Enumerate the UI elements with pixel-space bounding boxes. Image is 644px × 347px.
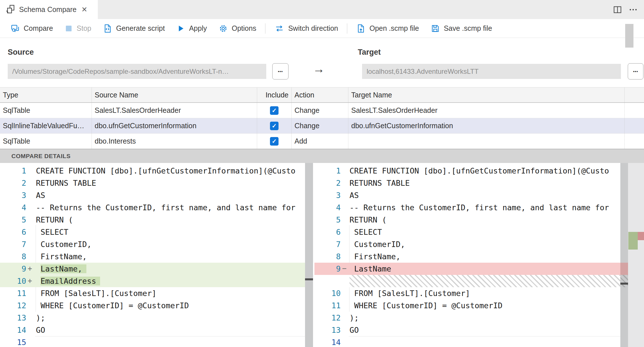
code-text: CustomerID, [350, 238, 405, 250]
scrollbar-hatch-marker [620, 275, 628, 287]
include-checkbox[interactable]: ✓ [270, 137, 279, 146]
code-line[interactable]: 9− LastName [314, 263, 620, 275]
tab-schema-compare[interactable]: Schema Compare ✕ [0, 0, 98, 19]
code-line[interactable]: 3AS [314, 189, 620, 201]
line-number: 9 [0, 263, 26, 275]
switch-direction-button[interactable]: Switch direction [269, 19, 344, 38]
source-pane-scrollbar[interactable] [305, 163, 313, 347]
cell-filler [625, 118, 644, 133]
line-number: 2 [314, 177, 341, 189]
code-line[interactable]: 1CREATE FUNCTION [dbo].[ufnGetCustomerIn… [0, 165, 305, 177]
direction-arrow-icon: → [313, 62, 325, 76]
code-line[interactable]: 12); [314, 312, 620, 324]
open-scmp-button[interactable]: Open .scmp file [350, 19, 425, 38]
current-line-border [349, 336, 620, 336]
cell-source-name: dbo.Interests [92, 134, 257, 149]
table-scrollbar-thumb[interactable] [625, 24, 633, 48]
code-line[interactable]: 11 WHERE [CustomerID] = @CustomerID [314, 299, 620, 312]
source-browse-button[interactable]: ••• [272, 63, 289, 79]
compare-button[interactable]: Compare [5, 19, 59, 38]
stop-button[interactable]: Stop [59, 19, 97, 38]
code-line[interactable]: 2RETURNS TABLE [0, 177, 305, 189]
code-line[interactable]: 14 [314, 336, 620, 347]
split-editor-icon[interactable] [613, 5, 622, 15]
line-number: 4 [314, 201, 341, 214]
generate-script-button[interactable]: Generate script [97, 19, 170, 38]
save-scmp-button[interactable]: Save .scmp file [425, 19, 498, 38]
schema-compare-toolbar: CompareStopGenerate scriptApplyOptionsSw… [0, 19, 644, 38]
close-icon[interactable]: ✕ [81, 6, 87, 13]
code-text: -- Returns the CustomerID, first name, a… [350, 201, 609, 214]
code-line[interactable]: 1CREATE FUNCTION [dbo].[ufnGetCustomerIn… [314, 165, 620, 177]
editor-actions [613, 0, 638, 19]
switch-direction-icon [274, 24, 285, 33]
code-line[interactable]: 11 FROM [SalesLT].[Customer] [0, 287, 305, 299]
save-scmp-label: Save .scmp file [444, 24, 492, 32]
line-number: 4 [0, 201, 26, 214]
target-label: Target [358, 48, 381, 57]
code-line[interactable]: 8 FirstName, [0, 250, 305, 263]
code-line[interactable]: 10 FROM [SalesLT].[Customer] [314, 287, 620, 299]
code-line[interactable]: 15 [0, 336, 305, 347]
more-actions-icon[interactable] [628, 5, 638, 15]
code-line[interactable]: 8 FirstName, [314, 250, 620, 263]
code-line[interactable]: 13GO [314, 324, 620, 336]
connection-section: Source /Volumes/Storage/CodeRepos/sample… [0, 38, 644, 87]
cell-action: Change [292, 118, 348, 133]
target-script-pane[interactable]: 1CREATE FUNCTION [dbo].[ufnGetCustomerIn… [314, 163, 620, 347]
line-number: 5 [314, 214, 341, 226]
inline-diff-highlight: EmailAddress [40, 277, 100, 285]
target-browse-button[interactable]: ••• [628, 63, 643, 79]
code-line[interactable]: 7 CustomerID, [314, 238, 620, 250]
apply-icon [176, 24, 185, 33]
line-number: 8 [314, 250, 341, 263]
line-number: 1 [0, 165, 26, 177]
source-script-pane[interactable]: 1CREATE FUNCTION [dbo].[ufnGetCustomerIn… [0, 163, 305, 347]
code-line[interactable]: 5RETURN ( [0, 214, 305, 226]
hatch-pattern [350, 275, 620, 287]
code-line[interactable]: 2RETURNS TABLE [314, 177, 620, 189]
code-line[interactable]: 5RETURN ( [314, 214, 620, 226]
column-header-source-name[interactable]: Source Name [92, 87, 257, 102]
line-number: 7 [314, 238, 341, 250]
code-line[interactable]: 4-- Returns the CustomerID, first name, … [314, 201, 620, 214]
code-line[interactable]: 9+ LastName, [0, 263, 305, 275]
line-number: 10 [0, 275, 26, 287]
column-header-type[interactable]: Type [0, 87, 92, 102]
code-line[interactable]: 13); [0, 312, 305, 324]
line-number: 13 [0, 312, 26, 324]
code-line[interactable]: 6 SELECT [0, 226, 305, 238]
column-header-target-name[interactable]: Target Name [348, 87, 625, 102]
code-line[interactable]: 12 WHERE [CustomerID] = @CustomerID [0, 299, 305, 312]
code-line[interactable]: 14GO [0, 324, 305, 336]
overview-deleted-marker [638, 232, 644, 240]
table-row[interactable]: SqlInlineTableValuedFu…dbo.ufnGetCustome… [0, 118, 644, 133]
target-pane-scrollbar[interactable] [620, 163, 628, 347]
code-text: RETURN ( [350, 214, 387, 226]
code-line[interactable]: 3AS [0, 189, 305, 201]
code-line[interactable]: 4-- Returns the CustomerID, first name, … [0, 201, 305, 214]
code-text: SELECT [350, 226, 382, 238]
tab-title: Schema Compare [19, 5, 76, 14]
code-text: GO [36, 324, 45, 336]
diff-overview-ruler [628, 163, 644, 347]
include-checkbox[interactable]: ✓ [270, 106, 279, 115]
cell-source-name: SalesLT.SalesOrderHeader [92, 103, 257, 118]
line-number: 13 [314, 324, 341, 336]
code-line[interactable]: 6 SELECT [314, 226, 620, 238]
column-header-action[interactable]: Action [292, 87, 348, 102]
apply-button[interactable]: Apply [170, 19, 213, 38]
code-text: ); [350, 312, 359, 324]
target-input[interactable]: localhost,61433.AdventureWorksLTT [362, 64, 621, 79]
cell-action: Change [292, 103, 348, 118]
include-checkbox[interactable]: ✓ [270, 122, 279, 130]
table-row[interactable]: SqlTabledbo.Interests✓Add [0, 133, 644, 149]
code-line[interactable]: 7 CustomerID, [0, 238, 305, 250]
toolbar-separator [265, 23, 265, 34]
column-header-include[interactable]: Include [257, 87, 292, 102]
code-line[interactable]: 10+ EmailAddress [0, 275, 305, 287]
overview-added-marker [628, 232, 638, 250]
source-input[interactable]: /Volumes/Storage/CodeRepos/sample-sandbo… [8, 64, 266, 79]
options-button[interactable]: Options [213, 19, 262, 38]
table-row[interactable]: SqlTableSalesLT.SalesOrderHeader✓ChangeS… [0, 103, 644, 118]
